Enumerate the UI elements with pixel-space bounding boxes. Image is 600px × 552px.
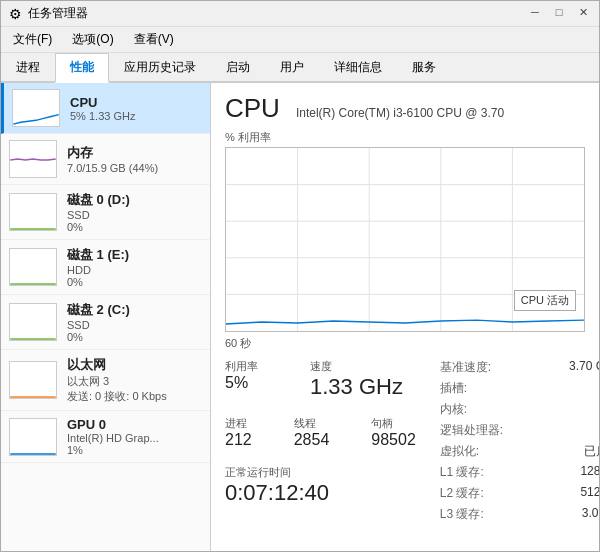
logical-row: 逻辑处理器: 4: [440, 422, 599, 439]
l3-row: L3 缓存: 3.0 MB: [440, 506, 599, 523]
cpu-chart: CPU 活动: [225, 147, 585, 332]
disk1-thumb-graph: [9, 248, 57, 286]
content-subtitle: Intel(R) Core(TM) i3-6100 CPU @ 3.70: [296, 106, 504, 120]
svg-rect-6: [10, 419, 55, 455]
ethernet-label: 以太网: [67, 356, 202, 374]
svg-rect-3: [10, 249, 55, 285]
disk2-label: 磁盘 2 (C:): [67, 301, 202, 319]
sidebar-item-cpu[interactable]: CPU 5% 1.33 GHz: [1, 83, 210, 134]
utilization-stat: 利用率 5%: [225, 359, 258, 400]
content-title: CPU: [225, 93, 280, 124]
title-bar-controls: ─ □ ✕: [527, 6, 591, 22]
memory-info: 内存 7.0/15.9 GB (44%): [67, 144, 202, 174]
sidebar: CPU 5% 1.33 GHz 内存 7.0/15.9 GB (44%): [1, 83, 211, 552]
ethernet-sub1: 以太网 3: [67, 374, 202, 389]
gpu-sub1: Intel(R) HD Grap...: [67, 432, 202, 444]
sidebar-item-disk1[interactable]: 磁盘 1 (E:) HDD 0%: [1, 240, 210, 295]
memory-label: 内存: [67, 144, 202, 162]
cores-row: 内核: 2: [440, 401, 599, 418]
sidebar-item-memory[interactable]: 内存 7.0/15.9 GB (44%): [1, 134, 210, 185]
cpu-thumb-graph: [12, 89, 60, 127]
process-stat: 进程 212: [225, 416, 252, 449]
cpu-info: CPU 5% 1.33 GHz: [70, 95, 202, 122]
minimize-button[interactable]: ─: [527, 6, 543, 22]
disk1-type: HDD: [67, 264, 202, 276]
sockets-row: 插槽: 1: [440, 380, 599, 397]
ethernet-info: 以太网 以太网 3 发送: 0 接收: 0 Kbps: [67, 356, 202, 404]
handles-stat: 句柄 98502: [371, 416, 416, 449]
left-stats: 利用率 5% 速度 1.33 GHz 进程 212 线程 285: [225, 359, 440, 523]
disk0-thumb-graph: [9, 193, 57, 231]
tab-services[interactable]: 服务: [397, 53, 451, 83]
base-speed-row: 基准速度: 3.70 GHz: [440, 359, 599, 376]
cpu-label: CPU: [70, 95, 202, 110]
tab-app-history[interactable]: 应用历史记录: [109, 53, 211, 83]
disk0-pct: 0%: [67, 221, 202, 233]
tab-startup[interactable]: 启动: [211, 53, 265, 83]
svg-rect-5: [10, 362, 55, 398]
ethernet-thumb-graph: [9, 361, 57, 399]
disk0-type: SSD: [67, 209, 202, 221]
speed-stat: 速度 1.33 GHz: [310, 359, 403, 400]
gpu-thumb-graph: [9, 418, 57, 456]
tab-processes[interactable]: 进程: [1, 53, 55, 83]
util-speed-row: 利用率 5% 速度 1.33 GHz: [225, 359, 440, 408]
l2-row: L2 缓存: 512 KB: [440, 485, 599, 502]
main-area: CPU 5% 1.33 GHz 内存 7.0/15.9 GB (44%): [1, 83, 599, 552]
disk2-pct: 0%: [67, 331, 202, 343]
disk2-thumb-graph: [9, 303, 57, 341]
disk1-label: 磁盘 1 (E:): [67, 246, 202, 264]
disk1-pct: 0%: [67, 276, 202, 288]
cpu-sub: 5% 1.33 GHz: [70, 110, 202, 122]
gpu-label: GPU 0: [67, 417, 202, 432]
title-bar-left: ⚙ 任务管理器: [9, 5, 88, 22]
maximize-button[interactable]: □: [551, 6, 567, 22]
content-header: CPU Intel(R) Core(TM) i3-6100 CPU @ 3.70: [225, 93, 585, 124]
time-label: 60 秒: [225, 336, 585, 351]
content-panel: CPU Intel(R) Core(TM) i3-6100 CPU @ 3.70…: [211, 83, 599, 552]
menu-view[interactable]: 查看(V): [130, 29, 178, 50]
app-title: 任务管理器: [28, 5, 88, 22]
disk2-type: SSD: [67, 319, 202, 331]
tab-details[interactable]: 详细信息: [319, 53, 397, 83]
svg-rect-2: [10, 194, 55, 230]
cpu-activity-label: CPU 活动: [514, 290, 576, 311]
tab-users[interactable]: 用户: [265, 53, 319, 83]
gpu-info: GPU 0 Intel(R) HD Grap... 1%: [67, 417, 202, 456]
memory-sub: 7.0/15.9 GB (44%): [67, 162, 202, 174]
ethernet-sub2: 发送: 0 接收: 0 Kbps: [67, 389, 202, 404]
sidebar-item-disk2[interactable]: 磁盘 2 (C:) SSD 0%: [1, 295, 210, 350]
menu-file[interactable]: 文件(F): [9, 29, 56, 50]
threads-stat: 线程 2854: [294, 416, 330, 449]
tab-bar: 进程 性能 应用历史记录 启动 用户 详细信息 服务: [1, 53, 599, 83]
uptime-block: 正常运行时间 0:07:12:40: [225, 465, 440, 506]
virtualization-row: 虚拟化: 已启用: [440, 443, 599, 460]
disk1-info: 磁盘 1 (E:) HDD 0%: [67, 246, 202, 288]
sidebar-item-gpu[interactable]: GPU 0 Intel(R) HD Grap... 1%: [1, 411, 210, 463]
disk0-label: 磁盘 0 (D:): [67, 191, 202, 209]
menu-options[interactable]: 选项(O): [68, 29, 117, 50]
right-stats: 基准速度: 3.70 GHz 插槽: 1 内核: 2 逻辑处理器: 4 虚拟化:: [440, 359, 599, 523]
l1-row: L1 缓存: 128 KB: [440, 464, 599, 481]
menu-bar: 文件(F) 选项(O) 查看(V): [1, 27, 599, 53]
app-icon: ⚙: [9, 6, 22, 22]
memory-thumb-graph: [9, 140, 57, 178]
bottom-stats-area: 利用率 5% 速度 1.33 GHz 进程 212 线程 285: [225, 359, 585, 523]
chart-label: % 利用率: [225, 130, 585, 145]
tab-performance[interactable]: 性能: [55, 53, 109, 83]
svg-rect-4: [10, 304, 55, 340]
disk2-info: 磁盘 2 (C:) SSD 0%: [67, 301, 202, 343]
sidebar-item-disk0[interactable]: 磁盘 0 (D:) SSD 0%: [1, 185, 210, 240]
gpu-sub2: 1%: [67, 444, 202, 456]
sidebar-item-ethernet[interactable]: 以太网 以太网 3 发送: 0 接收: 0 Kbps: [1, 350, 210, 411]
disk0-info: 磁盘 0 (D:) SSD 0%: [67, 191, 202, 233]
process-row: 进程 212 线程 2854 句柄 98502: [225, 416, 440, 457]
title-bar: ⚙ 任务管理器 ─ □ ✕: [1, 1, 599, 27]
close-button[interactable]: ✕: [575, 6, 591, 22]
